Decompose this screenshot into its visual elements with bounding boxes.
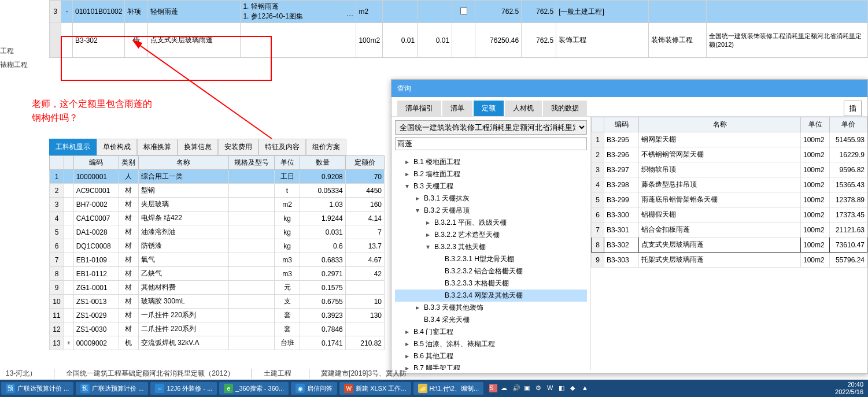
taskbar-item[interactable]: W新建 XLSX 工作... <box>339 382 411 395</box>
qty-cell[interactable]: 0.031 <box>300 225 345 239</box>
code-cell[interactable]: B3-295 <box>604 132 639 147</box>
qty-cell[interactable]: 1.03 <box>300 198 345 212</box>
expand-icon[interactable] <box>64 267 74 281</box>
expand-icon[interactable] <box>64 225 74 239</box>
spec-cell[interactable] <box>229 239 274 253</box>
tree-node[interactable]: ▸B.3.2.2 艺术造型天棚 <box>395 229 587 241</box>
tree-toggle-icon[interactable]: ▸ <box>426 218 432 227</box>
desc-more-icon[interactable]: ⋯ <box>346 12 353 21</box>
tray-icon[interactable]: S <box>489 384 497 392</box>
code-cell[interactable]: CA1C0007 <box>73 212 119 225</box>
price-cell[interactable]: 130 <box>345 309 384 322</box>
col-unit[interactable]: 单位 <box>274 156 300 170</box>
tree-node[interactable]: ▸B.2 墙柱面工程 <box>395 168 587 180</box>
tree-toggle-icon[interactable]: ▾ <box>416 206 422 214</box>
tree-node[interactable]: ▸B.6 其他工程 <box>395 350 587 362</box>
qty1-cell[interactable]: 0.01 <box>383 23 418 58</box>
qty-cell[interactable]: 0.05334 <box>300 184 345 198</box>
price-cell[interactable]: 42 <box>345 267 384 281</box>
tree-toggle-icon[interactable]: ▸ <box>426 231 432 239</box>
tree-node[interactable]: ▸B.7 脚手架工程 <box>395 362 587 370</box>
tray-icon[interactable]: 🔊 <box>512 384 520 392</box>
tray-icon[interactable]: ⚙ <box>535 384 544 392</box>
taskbar-item[interactable]: ◉启信问答 <box>291 382 337 395</box>
col-category[interactable]: 类别 <box>119 156 138 170</box>
tree-node[interactable]: B.3.2.3.2 铝合金格栅天棚 <box>395 265 587 277</box>
qty-cell[interactable]: 1.9244 <box>300 212 345 225</box>
code-cell[interactable]: DQ1C0008 <box>73 239 119 253</box>
col-name[interactable]: 名称 <box>138 156 229 170</box>
tab-list[interactable]: 清单 <box>442 101 472 116</box>
code-cell[interactable]: B3-300 <box>604 207 639 222</box>
table-row[interactable]: 110000001人综合用工一类工日0.920870 <box>50 170 385 184</box>
checkbox-icon[interactable] <box>460 8 467 14</box>
tree-node[interactable]: ▾B.3.2 天棚吊顶 <box>395 205 587 217</box>
spec-cell[interactable] <box>229 336 274 350</box>
table-row[interactable]: 12ZS1-0030材二爪挂件 220系列套0.7846 <box>50 322 385 336</box>
table-row[interactable]: 6DQ1C0008材防锈漆kg0.613.7 <box>50 239 385 253</box>
table-row[interactable]: 8B3-302点支式夹层玻璃雨蓬100m273610.47 <box>592 238 867 253</box>
table-row[interactable]: 4B3-298藤条造型悬挂吊顶100m215365.43 <box>592 177 867 192</box>
spec-cell[interactable] <box>229 322 274 336</box>
name-cell[interactable]: 雨蓬底吊铝骨架铝条天棚 <box>639 192 801 207</box>
tree-node[interactable]: B.3.2.3.3 木格栅天棚 <box>395 277 587 290</box>
qty-cell[interactable]: 0.6833 <box>300 253 345 267</box>
quota-result-table[interactable]: 编码 名称 单位 单价 1B3-295钢网架天棚100m251455.932B3… <box>591 117 867 268</box>
price-cell[interactable]: 4.14 <box>345 212 384 225</box>
name-cell[interactable]: 一爪挂件 220系列 <box>138 309 229 322</box>
qty-cell[interactable]: 0.7846 <box>300 322 345 336</box>
tree-node[interactable]: ▸B.3.3 天棚其他装饰 <box>395 302 587 314</box>
code-cell[interactable]: ZG1-0001 <box>73 281 119 295</box>
name-cell[interactable]: 交流弧焊机 32kV.A <box>138 336 229 350</box>
name-cell[interactable]: 油漆溶剂油 <box>138 225 229 239</box>
code-cell[interactable]: B3-302 <box>604 238 639 253</box>
code-cell[interactable]: B3-303 <box>604 253 639 268</box>
spec-cell[interactable] <box>229 309 274 322</box>
tree-toggle-icon[interactable]: ▸ <box>405 158 411 166</box>
table-row[interactable]: 8EB1-0112材乙炔气m30.297142 <box>50 267 385 281</box>
col-code[interactable]: 编码 <box>604 117 639 132</box>
tab-quota[interactable]: 定额 <box>474 101 504 116</box>
tab-standard-convert[interactable]: 标准换算 <box>137 139 178 155</box>
name-cell[interactable]: 铝栅假天棚 <box>639 207 801 222</box>
tab-price-compose[interactable]: 单价构成 <box>97 139 137 155</box>
name-cell[interactable]: 其他材料费 <box>138 281 229 295</box>
tree-node[interactable]: ▸B.3.2.1 平面、跌级天棚 <box>395 217 587 229</box>
tray-icon[interactable]: ◧ <box>559 384 567 392</box>
tree-toggle-icon[interactable]: ▾ <box>426 243 432 251</box>
tree-node[interactable]: B.3.2.3.1 H型龙骨天棚 <box>395 253 587 265</box>
expand-icon[interactable]: + <box>64 336 74 350</box>
tab-install-fee[interactable]: 安装费用 <box>218 139 258 155</box>
insert-button[interactable]: 插 <box>844 101 862 116</box>
price-cell[interactable] <box>345 281 384 295</box>
tab-feature-content[interactable]: 特征及内容 <box>258 139 306 155</box>
qty2-cell[interactable]: 0.01 <box>418 23 452 58</box>
name-cell[interactable]: 综合用工一类 <box>138 170 229 184</box>
spec-cell[interactable] <box>229 267 274 281</box>
name-cell[interactable]: 不锈钢钢管网架天棚 <box>639 147 801 162</box>
qty-cell[interactable]: 0.6 <box>300 239 345 253</box>
price-cell[interactable]: 13.7 <box>345 239 384 253</box>
col-code[interactable]: 编码 <box>73 156 119 170</box>
spec-cell[interactable] <box>229 295 274 309</box>
price-cell[interactable]: 4450 <box>345 184 384 198</box>
quota-tree[interactable]: ▸B.1 楼地面工程▸B.2 墙柱面工程▾B.3 天棚工程▸B.3.1 天棚抹灰… <box>391 154 590 370</box>
tree-toggle-icon[interactable]: ▸ <box>405 340 411 348</box>
expand-icon[interactable] <box>64 184 74 198</box>
spec-cell[interactable] <box>229 198 274 212</box>
code-cell[interactable]: B3-297 <box>604 162 639 177</box>
price-cell[interactable]: 210.82 <box>345 336 384 350</box>
code-cell[interactable]: BH7-0002 <box>73 198 119 212</box>
tray-icon[interactable]: ▣ <box>524 384 532 392</box>
tray-icon[interactable]: ▲ <box>582 384 590 392</box>
table-row[interactable]: 5B3-299雨蓬底吊铝骨架铝条天棚100m212378.89 <box>592 192 867 207</box>
name-cell[interactable]: 型钢 <box>138 184 229 198</box>
table-row[interactable]: 9B3-303托架式夹层玻璃雨蓬100m255796.24 <box>592 253 867 268</box>
code-cell[interactable]: AC9C0001 <box>73 184 119 198</box>
expand-icon[interactable] <box>64 212 74 225</box>
spec-cell[interactable] <box>229 253 274 267</box>
qty-cell[interactable]: 0.1741 <box>300 336 345 350</box>
tray-icon[interactable]: W <box>547 384 555 392</box>
tab-convert-info[interactable]: 换算信息 <box>178 139 218 155</box>
code-cell[interactable]: 10000001 <box>73 170 119 184</box>
